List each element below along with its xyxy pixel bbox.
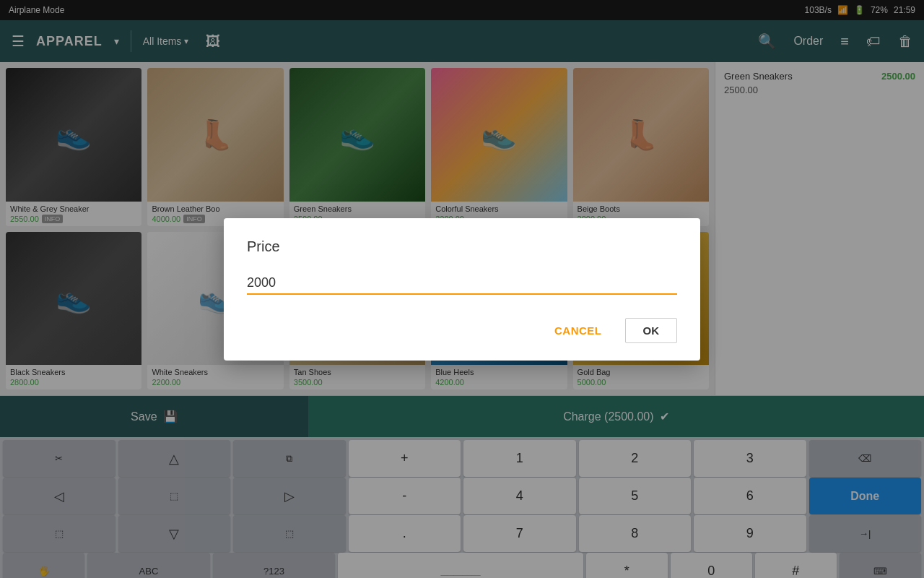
price-dialog: Price CANCEL OK: [224, 218, 700, 361]
cancel-button[interactable]: CANCEL: [543, 318, 614, 343]
dialog-overlay: Price CANCEL OK: [0, 0, 924, 578]
dialog-title: Price: [247, 238, 677, 255]
dialog-input-wrapper: [247, 272, 677, 295]
dialog-actions: CANCEL OK: [247, 318, 677, 343]
price-input[interactable]: [247, 272, 677, 293]
ok-button[interactable]: OK: [625, 318, 678, 343]
